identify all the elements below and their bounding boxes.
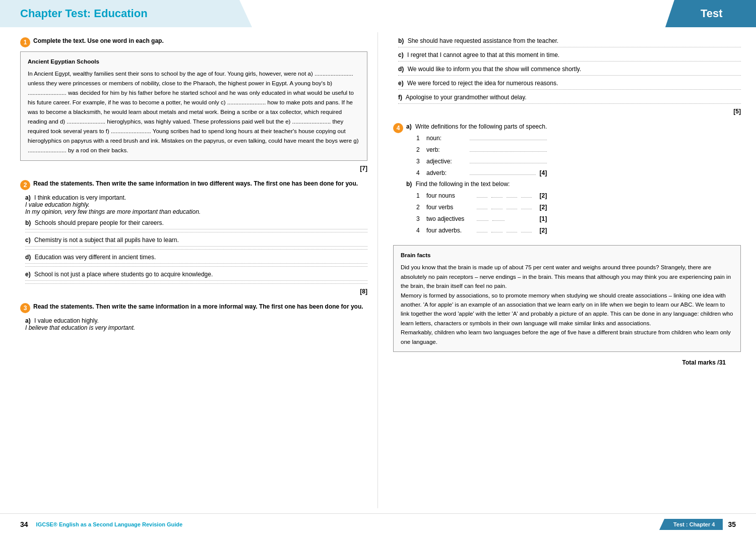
find-adv-num: 4 bbox=[416, 227, 426, 234]
find-adj-b2 bbox=[492, 214, 504, 221]
find-adv-label: four adverbs. bbox=[426, 227, 477, 234]
main-content: 1 Complete the text. Use one word in eac… bbox=[0, 27, 756, 513]
find-nouns: 1 four nouns [2] bbox=[416, 191, 547, 199]
q2-part-d: d) Education was very different in ancie… bbox=[20, 254, 367, 267]
def-adv-num: 4 bbox=[416, 169, 426, 176]
find-adjectives: 3 two adjectives [1] bbox=[416, 214, 547, 222]
find-nouns-blanks bbox=[477, 191, 532, 198]
q2d-statement: Education was very different in ancient … bbox=[35, 254, 156, 261]
q3-part-a: a) I value education highly. I believe t… bbox=[20, 317, 367, 331]
def-adj: 3 adjective: bbox=[416, 156, 547, 165]
def-noun-num: 1 bbox=[416, 135, 426, 142]
def-adj-line bbox=[470, 156, 547, 163]
question-3: 3 Read the statements. Then write the sa… bbox=[20, 303, 367, 331]
q3b-label: b) bbox=[398, 37, 404, 44]
find-adj-label: two adjectives bbox=[426, 215, 477, 222]
q2-number: 2 bbox=[20, 180, 30, 190]
footer-right-section: Test : Chapter 4 35 bbox=[659, 519, 736, 530]
def-adj-label: adjective: bbox=[426, 158, 467, 165]
q4a-definitions: 1 noun: 2 verb: 3 adject bbox=[406, 133, 547, 176]
q1-instruction: Complete the text. Use one word in each … bbox=[33, 37, 367, 44]
q3-part-d: d) We would like to inform you that the … bbox=[393, 66, 741, 76]
total-marks-value: /31 bbox=[717, 359, 726, 366]
q2c-statement: Chemistry is not a subject that all pupi… bbox=[34, 236, 179, 244]
footer-book-title: IGCSE® English as a Second Language Revi… bbox=[36, 521, 183, 527]
find-verbs-num: 2 bbox=[416, 204, 426, 211]
q2a-answer1: I value education highly. bbox=[25, 201, 90, 208]
find-adv-marks: [2] bbox=[532, 227, 547, 234]
question-1: 1 Complete the text. Use one word in eac… bbox=[20, 37, 367, 172]
footer-chapter-label: Test : Chapter 4 bbox=[659, 519, 723, 530]
q3-header: 3 Read the statements. Then write the sa… bbox=[20, 303, 367, 313]
find-verbs-b3 bbox=[507, 202, 517, 209]
page-number-left: 34 bbox=[20, 520, 28, 528]
def-verb: 2 verb: bbox=[416, 145, 547, 153]
find-nouns-b4 bbox=[521, 191, 532, 198]
q2-header: 2 Read the statements. Then write the sa… bbox=[20, 180, 367, 190]
find-verbs-label: four verbs bbox=[426, 204, 477, 211]
brain-facts-box: Brain facts Did you know that the brain … bbox=[393, 245, 741, 352]
q4-header: 4 a) Write definitions for the following… bbox=[393, 123, 741, 237]
q3-part-b: b) She should have requested assistance … bbox=[393, 37, 741, 47]
find-verbs-b1 bbox=[477, 202, 487, 209]
find-adverbs: 4 four adverbs. [2] bbox=[416, 225, 547, 234]
chapter-title: Chapter Test: Education bbox=[20, 7, 148, 20]
brain-facts-title: Brain facts bbox=[401, 251, 733, 260]
q3a-statement: I value education highly. bbox=[34, 317, 99, 324]
find-nouns-label: four nouns bbox=[426, 192, 477, 199]
q4b-instruction: Find the following in the text below: bbox=[416, 181, 510, 188]
q1-text-box: Ancient Egyptian Schools In Ancient Egyp… bbox=[20, 51, 367, 161]
def-noun-line bbox=[470, 133, 547, 140]
def-verb-num: 2 bbox=[416, 146, 426, 153]
q2e-label: e) bbox=[25, 271, 31, 278]
find-verbs: 2 four verbs [2] bbox=[416, 202, 547, 211]
q3a-answer: I believe that education is very importa… bbox=[25, 324, 135, 331]
find-verbs-b4 bbox=[521, 202, 532, 209]
q3-continued: b) She should have requested assistance … bbox=[393, 37, 741, 115]
find-adj-num: 3 bbox=[416, 215, 426, 222]
q3-marks: [5] bbox=[393, 108, 741, 115]
def-noun: 1 noun: bbox=[416, 133, 547, 142]
def-verb-label: verb: bbox=[426, 146, 467, 153]
q3-instruction: Read the statements. Then write the same… bbox=[33, 303, 367, 310]
q2b-line1 bbox=[25, 229, 367, 229]
header-left: Chapter Test: Education bbox=[0, 0, 252, 27]
q2a-answer2: In my opinion, very few things are more … bbox=[25, 208, 201, 215]
find-nouns-num: 1 bbox=[416, 192, 426, 199]
q2e-statement: School is not just a place where student… bbox=[34, 271, 213, 278]
find-nouns-b2 bbox=[491, 191, 502, 198]
page-header: Chapter Test: Education Test bbox=[0, 0, 756, 27]
q4a-label: a) bbox=[406, 123, 412, 130]
def-adj-num: 3 bbox=[416, 158, 426, 165]
find-adv-b4 bbox=[521, 225, 532, 232]
question-2: 2 Read the statements. Then write the sa… bbox=[20, 180, 367, 295]
q2a-label: a) bbox=[25, 194, 31, 201]
q2d-label: d) bbox=[25, 254, 31, 261]
q4a-instruction: Write definitions for the following part… bbox=[415, 123, 547, 130]
q3-number: 3 bbox=[20, 303, 30, 313]
q3f-statement: Apologise to your grandmother without de… bbox=[406, 94, 527, 101]
find-adv-b3 bbox=[507, 225, 517, 232]
find-adj-blanks bbox=[477, 214, 505, 221]
q4b-items: 1 four nouns [2] bbox=[406, 191, 547, 234]
q1-text-body: In Ancient Egypt, wealthy families sent … bbox=[28, 69, 360, 155]
q4-number: 4 bbox=[393, 123, 403, 133]
q3-part-e: e) We were forced to reject the idea for… bbox=[393, 80, 741, 90]
find-verbs-marks: [2] bbox=[532, 204, 547, 211]
find-adj-marks: [1] bbox=[532, 215, 547, 222]
def-noun-label: noun: bbox=[426, 135, 467, 142]
find-adv-b2 bbox=[491, 225, 502, 232]
def-verb-line bbox=[470, 145, 547, 152]
q2a-statement: I think education is very important. bbox=[34, 194, 126, 201]
q3c-statement: I regret that I cannot agree to that at … bbox=[407, 51, 559, 58]
total-marks-label: Total marks bbox=[682, 359, 716, 366]
find-nouns-b1 bbox=[477, 191, 487, 198]
footer-left-section: 34 IGCSE® English as a Second Language R… bbox=[20, 520, 182, 528]
q1-text-title: Ancient Egyptian Schools bbox=[28, 57, 360, 66]
q2-part-e: e) School is not just a place where stud… bbox=[20, 271, 367, 284]
q2-part-a: a) I think education is very important. … bbox=[20, 194, 367, 215]
def-adv-line bbox=[470, 168, 536, 175]
q3c-label: c) bbox=[398, 51, 404, 58]
q3e-label: e) bbox=[398, 80, 404, 87]
q3-part-c: c) I regret that I cannot agree to that … bbox=[393, 51, 741, 62]
